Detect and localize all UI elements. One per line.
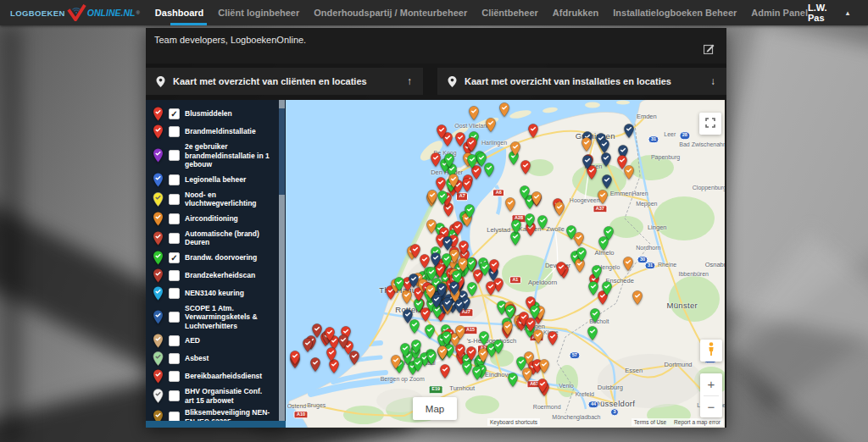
accordion-clients-map[interactable]: Kaart met overzicht van cliënten en loca…	[146, 68, 423, 95]
accordion-installations-map[interactable]: Kaart met overzicht van installaties en …	[437, 68, 726, 95]
map-type-button[interactable]: Map	[413, 397, 457, 420]
legend-item[interactable]: SCOPE 1 Atm. Verwarmingsketels & Luchtve…	[146, 302, 278, 333]
map-marker[interactable]	[465, 346, 476, 364]
map-marker[interactable]	[525, 213, 536, 231]
map-marker[interactable]	[326, 347, 337, 365]
legend-checkbox[interactable]	[169, 150, 180, 161]
map-marker[interactable]	[403, 309, 414, 327]
map-marker[interactable]	[504, 197, 515, 215]
map-marker[interactable]	[436, 124, 447, 142]
map-marker[interactable]	[508, 373, 519, 390]
keyboard-shortcuts-link[interactable]: Keyboard shortcuts	[487, 418, 540, 426]
map-marker[interactable]	[454, 132, 465, 150]
map-marker[interactable]	[465, 204, 476, 222]
map-marker[interactable]	[537, 215, 548, 233]
map-marker[interactable]	[449, 281, 460, 299]
map-marker[interactable]	[437, 345, 448, 363]
map-marker[interactable]	[400, 343, 411, 361]
map-marker[interactable]	[601, 174, 612, 192]
zoom-in-button[interactable]: +	[700, 373, 722, 395]
legend-checkbox[interactable]	[169, 312, 180, 323]
legend-checkbox[interactable]	[169, 353, 180, 364]
map-marker[interactable]	[509, 141, 520, 159]
legend-item[interactable]: Automatische (brand) Deuren	[146, 228, 278, 249]
terms-link[interactable]: Terms of Use	[634, 419, 666, 425]
legend-checkbox[interactable]	[169, 371, 180, 382]
nav-item-installatielogboeken-beheer[interactable]: Installatielogboeken Beheer	[613, 8, 737, 18]
map-marker[interactable]	[485, 281, 496, 299]
map-marker[interactable]	[622, 257, 633, 274]
nav-item-dashboard[interactable]: Dashboard	[155, 8, 203, 18]
map-marker[interactable]	[476, 152, 487, 170]
legend-checkbox[interactable]	[169, 213, 180, 224]
legend-checkbox[interactable]	[169, 335, 180, 346]
legend-item[interactable]: BHV Organisatie Conf. art 15 arbowet	[146, 385, 278, 406]
legend-item[interactable]: AED	[146, 332, 278, 350]
map-marker[interactable]	[592, 265, 603, 283]
legend-item[interactable]: NEN3140 keuring	[146, 285, 278, 302]
nav-item-cli-ntbeheer[interactable]: Cliëntbeheer	[481, 8, 538, 18]
map-marker[interactable]	[454, 325, 465, 343]
map-marker[interactable]	[599, 139, 610, 157]
map-marker[interactable]	[498, 102, 509, 120]
map-marker[interactable]	[289, 351, 300, 368]
map-marker[interactable]	[439, 364, 450, 382]
map-marker[interactable]	[503, 321, 514, 339]
legend-checkbox[interactable]	[169, 390, 180, 401]
map-marker[interactable]	[441, 253, 452, 271]
map-marker[interactable]	[632, 290, 643, 308]
fullscreen-button[interactable]	[699, 113, 721, 135]
report-error-link[interactable]: Report a map error	[674, 419, 721, 425]
map-marker[interactable]	[309, 357, 320, 375]
map-marker[interactable]	[448, 174, 459, 191]
map-marker[interactable]	[426, 285, 437, 302]
zoom-out-button[interactable]: −	[700, 396, 722, 418]
map-marker[interactable]	[505, 305, 516, 323]
map-marker[interactable]	[302, 338, 313, 356]
map-marker[interactable]	[489, 259, 500, 277]
map-marker[interactable]	[601, 281, 612, 299]
user-menu[interactable]: L.W. Pas ▴	[808, 3, 849, 23]
map-marker[interactable]	[598, 190, 609, 207]
legend-item[interactable]: Airconditioning	[146, 210, 278, 228]
legend-checkbox[interactable]	[169, 288, 180, 299]
legend-item[interactable]: Bereikbaarheidsdienst	[146, 367, 278, 385]
map-marker[interactable]	[548, 331, 559, 349]
map-marker[interactable]	[623, 165, 634, 183]
map-marker[interactable]	[581, 155, 593, 173]
map-marker[interactable]	[537, 378, 548, 396]
map-marker[interactable]	[468, 106, 479, 124]
map-marker[interactable]	[624, 124, 635, 141]
legend-item[interactable]: 2e gebruiker brandmeldinstallatie in 1 g…	[146, 141, 278, 171]
pegman-button[interactable]	[700, 340, 722, 362]
map-marker[interactable]	[413, 357, 424, 375]
map-marker[interactable]	[520, 160, 531, 178]
legend-item[interactable]: Brandmeldinstallatie	[146, 123, 278, 141]
legend-item[interactable]: ✓Brandw. doorvoering	[146, 249, 278, 267]
legend-scrollbar-thumb[interactable]	[279, 108, 285, 195]
map-marker[interactable]	[587, 326, 598, 344]
map-marker[interactable]	[409, 273, 420, 291]
nav-item-cli-nt-loginbeheer[interactable]: Cliënt loginbeheer	[218, 8, 299, 18]
legend-item[interactable]: Asbest	[146, 350, 278, 367]
map-marker[interactable]	[410, 340, 421, 357]
map-marker[interactable]	[581, 137, 592, 155]
app-logo[interactable]: LOGBOEKEN ONLINE.NL ®	[10, 4, 140, 21]
map-marker[interactable]	[479, 262, 490, 279]
map-marker[interactable]	[531, 191, 542, 209]
map-marker[interactable]	[472, 366, 483, 384]
map-marker[interactable]	[338, 334, 349, 352]
map-marker[interactable]	[410, 244, 421, 262]
legend-checkbox[interactable]: ✓	[169, 252, 180, 263]
legend-item[interactable]: Legionella beheer	[146, 171, 278, 189]
map-marker[interactable]	[486, 118, 497, 135]
nav-item-afdrukken[interactable]: Afdrukken	[553, 8, 598, 18]
legend-checkbox[interactable]	[169, 194, 180, 205]
map-marker[interactable]	[466, 137, 477, 155]
map-marker[interactable]	[349, 351, 360, 368]
nav-item-onderhoudspartij-monteurbeheer[interactable]: Onderhoudspartij / Monteurbeheer	[314, 8, 467, 18]
map-marker[interactable]	[510, 219, 521, 237]
map-marker[interactable]	[443, 153, 454, 171]
map-marker[interactable]	[394, 277, 405, 295]
map-marker[interactable]	[454, 344, 465, 362]
